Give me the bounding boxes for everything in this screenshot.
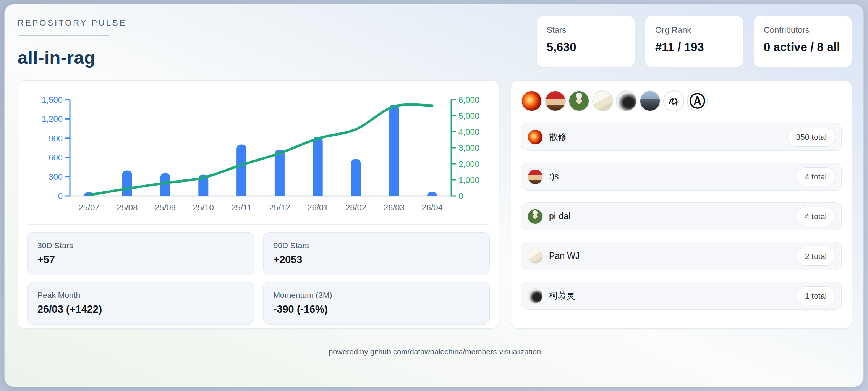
summary-card-stars: Stars 5,630 — [536, 16, 635, 68]
contributor-name: 散修 — [549, 131, 567, 143]
einstein-avatar-icon — [528, 209, 543, 224]
stat-value: +2053 — [274, 254, 480, 266]
contributor-total-badge: 1 total — [797, 286, 835, 305]
summary-value: #11 / 193 — [655, 40, 733, 54]
calligraphy-avatar-icon[interactable] — [663, 90, 684, 111]
contributor-name: 柯慕灵 — [549, 290, 575, 302]
stat-box-30d-stars: 30D Stars +57 — [27, 232, 254, 275]
svg-text:900: 900 — [49, 134, 63, 143]
contributor-total-badge: 4 total — [797, 167, 835, 186]
summary-value: 0 active / 8 all — [764, 40, 842, 54]
einstein-avatar-icon[interactable] — [568, 90, 589, 111]
avatar-strip: Ⓐ — [521, 90, 842, 111]
svg-text:25/12: 25/12 — [269, 203, 290, 212]
anarchy-glyph: Ⓐ — [690, 93, 706, 109]
svg-text:5,000: 5,000 — [458, 111, 479, 121]
stat-box-momentum: Momentum (3M) -390 (-16%) — [263, 282, 490, 325]
page-background: REPOSITORY PULSE all-in-rag Stars 5,630 … — [0, 0, 868, 391]
contributor-total-badge: 4 total — [797, 207, 835, 226]
header: REPOSITORY PULSE all-in-rag Stars 5,630 … — [18, 18, 852, 68]
summary-cards: Stars 5,630 Org Rank #11 / 193 Contribut… — [536, 16, 852, 68]
svg-text:1,200: 1,200 — [42, 114, 63, 124]
main-content: 03006009001,2001,50001,0002,0003,0004,00… — [18, 80, 852, 329]
stat-label: Peak Month — [37, 291, 244, 300]
summary-label: Contributors — [764, 25, 842, 35]
svg-text:25/09: 25/09 — [155, 203, 176, 212]
fire-avatar-icon[interactable] — [521, 90, 542, 111]
svg-text:300: 300 — [49, 172, 63, 182]
svg-text:25/07: 25/07 — [78, 203, 99, 212]
summary-card-org-rank: Org Rank #11 / 193 — [645, 16, 743, 68]
svg-text:0: 0 — [58, 191, 63, 201]
brush-stroke-icon — [666, 94, 682, 109]
photo-avatar-icon[interactable] — [640, 90, 661, 111]
fire-avatar-icon — [528, 129, 543, 145]
svg-text:1,500: 1,500 — [42, 95, 63, 105]
tofu-avatar-icon — [528, 249, 543, 264]
contributor-list: 散修 350 total :)s 4 total pi-dal 4 total — [521, 123, 842, 310]
svg-text:4,000: 4,000 — [458, 127, 479, 137]
contributor-name: Pan WJ — [549, 251, 580, 261]
stat-box-peak-month: Peak Month 26/03 (+1422) — [27, 282, 254, 325]
svg-text:25/11: 25/11 — [231, 203, 251, 212]
contributor-row[interactable]: Pan WJ 2 total — [521, 242, 842, 270]
svg-text:25/08: 25/08 — [117, 203, 138, 212]
svg-text:26/02: 26/02 — [345, 203, 366, 212]
tofu-avatar-icon[interactable] — [592, 90, 613, 111]
svg-text:26/01: 26/01 — [307, 203, 328, 212]
svg-text:0: 0 — [458, 191, 463, 201]
svg-text:1,000: 1,000 — [458, 175, 479, 185]
stat-value: +57 — [37, 254, 244, 266]
stat-value: -390 (-16%) — [274, 304, 480, 315]
section-eyebrow: REPOSITORY PULSE — [18, 18, 126, 28]
contributor-row[interactable]: pi-dal 4 total — [521, 202, 842, 230]
contributor-total-badge: 2 total — [797, 247, 835, 266]
svg-text:3,000: 3,000 — [458, 143, 479, 153]
footer-credit: powered by github.com/datawhalechina/mem… — [18, 347, 852, 356]
stats-grid: 30D Stars +57 90D Stars +2053 Peak Month… — [27, 232, 490, 325]
mario-avatar-icon — [528, 169, 543, 184]
summary-label: Stars — [547, 25, 625, 35]
stat-label: 30D Stars — [37, 241, 244, 250]
contributor-row[interactable]: 散修 350 total — [521, 123, 842, 151]
footer-divider — [5, 339, 863, 339]
svg-text:2,000: 2,000 — [458, 159, 479, 169]
anarchy-avatar-icon[interactable]: Ⓐ — [687, 90, 708, 111]
ink-cat-avatar-icon[interactable] — [616, 90, 637, 111]
svg-text:6,000: 6,000 — [458, 95, 479, 105]
svg-text:600: 600 — [49, 153, 63, 162]
mario-avatar-icon[interactable] — [545, 90, 566, 111]
eyebrow-rule — [18, 35, 109, 36]
contributor-name: :)s — [549, 171, 559, 182]
summary-card-contributors: Contributors 0 active / 8 all — [753, 16, 852, 68]
svg-text:25/10: 25/10 — [193, 203, 214, 212]
dashboard-card: REPOSITORY PULSE all-in-rag Stars 5,630 … — [4, 4, 864, 387]
page-title: all-in-rag — [18, 47, 126, 68]
stat-label: 90D Stars — [274, 241, 480, 250]
stats-divider — [28, 224, 489, 225]
header-titles: REPOSITORY PULSE all-in-rag — [18, 18, 126, 68]
contributor-total-badge: 350 total — [787, 128, 835, 147]
summary-value: 5,630 — [547, 40, 625, 54]
contributors-panel: Ⓐ 散修 350 total :)s 4 total — [511, 80, 852, 329]
ink-cat-avatar-icon — [528, 288, 543, 304]
svg-text:26/03: 26/03 — [384, 203, 405, 212]
pulse-chart: 03006009001,2001,50001,0002,0003,0004,00… — [27, 94, 490, 217]
summary-label: Org Rank — [655, 25, 733, 35]
contributor-row[interactable]: 柯慕灵 1 total — [521, 282, 842, 310]
stat-label: Momentum (3M) — [274, 291, 480, 300]
contributor-name: pi-dal — [549, 211, 570, 221]
stat-box-90d-stars: 90D Stars +2053 — [263, 232, 490, 275]
contributor-row[interactable]: :)s 4 total — [521, 163, 842, 191]
svg-text:26/04: 26/04 — [422, 203, 443, 212]
stat-value: 26/03 (+1422) — [37, 304, 244, 315]
chart-panel: 03006009001,2001,50001,0002,0003,0004,00… — [18, 80, 499, 329]
